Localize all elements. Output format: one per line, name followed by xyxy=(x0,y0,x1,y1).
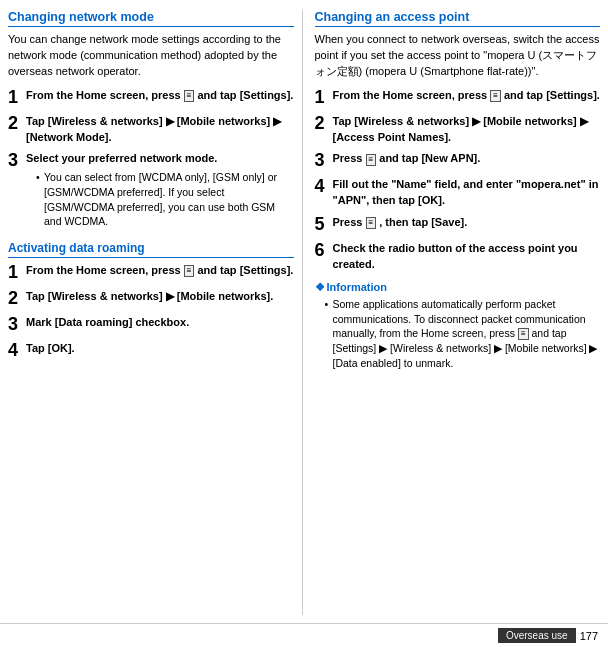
right-s1-step4: 4 Fill out the "Name" field, and enter "… xyxy=(315,177,601,209)
info-header: Information xyxy=(315,281,601,294)
step-number: 1 xyxy=(315,88,329,108)
step-number: 1 xyxy=(8,263,22,283)
step-text: Tap [Wireless & networks] ▶ [Mobile netw… xyxy=(26,289,294,305)
step-text: Tap [Wireless & networks] ▶ [Mobile netw… xyxy=(333,114,601,146)
section1-intro: You can change network mode settings acc… xyxy=(8,32,294,80)
footer-tab: Overseas use xyxy=(498,628,576,643)
menu-icon: ≡ xyxy=(490,90,501,102)
bullet-item: You can select from [WCDMA only], [GSM o… xyxy=(36,170,294,229)
step-text: Check the radio button of the access poi… xyxy=(333,241,601,273)
section1-title: Changing network mode xyxy=(8,10,294,27)
menu-icon: ≡ xyxy=(366,217,377,229)
left-s2-step3: 3 Mark [Data roaming] checkbox. xyxy=(8,315,294,335)
step-text: Mark [Data roaming] checkbox. xyxy=(26,315,294,331)
page-container: Changing network mode You can change net… xyxy=(0,0,608,647)
step-number: 2 xyxy=(8,289,22,309)
step-number: 1 xyxy=(8,88,22,108)
right-s1-step3: 3 Press ≡ and tap [New APN]. xyxy=(315,151,601,171)
step-number: 2 xyxy=(8,114,22,134)
right-s1-step5: 5 Press ≡ , then tap [Save]. xyxy=(315,215,601,235)
left-s2-step1: 1 From the Home screen, press ≡ and tap … xyxy=(8,263,294,283)
menu-icon: ≡ xyxy=(366,154,377,166)
step-number: 6 xyxy=(315,241,329,261)
step-number: 5 xyxy=(315,215,329,235)
left-s1-step2: 2 Tap [Wireless & networks] ▶ [Mobile ne… xyxy=(8,114,294,146)
info-section: Information Some applications automatica… xyxy=(315,281,601,370)
footer: Overseas use 177 xyxy=(0,623,608,647)
left-s2-step2: 2 Tap [Wireless & networks] ▶ [Mobile ne… xyxy=(8,289,294,309)
step-text: From the Home screen, press ≡ and tap [S… xyxy=(26,263,294,279)
step-text: Tap [OK]. xyxy=(26,341,294,357)
menu-icon: ≡ xyxy=(184,265,195,277)
footer-page-number: 177 xyxy=(580,630,598,642)
step-number: 3 xyxy=(8,151,22,171)
menu-icon: ≡ xyxy=(518,328,529,340)
step-text: Press ≡ , then tap [Save]. xyxy=(333,215,601,231)
left-s2-step4: 4 Tap [OK]. xyxy=(8,341,294,361)
info-bullet-list: Some applications automatically perform … xyxy=(325,297,601,370)
menu-icon: ≡ xyxy=(184,90,195,102)
step-text: From the Home screen, press ≡ and tap [S… xyxy=(26,88,294,104)
right-section1-intro: When you connect to network overseas, sw… xyxy=(315,32,601,80)
right-s1-step1: 1 From the Home screen, press ≡ and tap … xyxy=(315,88,601,108)
content-area: Changing network mode You can change net… xyxy=(0,0,608,623)
section2-title: Activating data roaming xyxy=(8,241,294,258)
step-text: Fill out the "Name" field, and enter "mo… xyxy=(333,177,601,209)
right-s1-step2: 2 Tap [Wireless & networks] ▶ [Mobile ne… xyxy=(315,114,601,146)
right-s1-step6: 6 Check the radio button of the access p… xyxy=(315,241,601,273)
step-number: 2 xyxy=(315,114,329,134)
step-number: 3 xyxy=(8,315,22,335)
left-s1-step1: 1 From the Home screen, press ≡ and tap … xyxy=(8,88,294,108)
step-number: 4 xyxy=(8,341,22,361)
step-number: 3 xyxy=(315,151,329,171)
right-column: Changing an access point When you connec… xyxy=(311,10,601,615)
step-number: 4 xyxy=(315,177,329,197)
right-section1-title: Changing an access point xyxy=(315,10,601,27)
bullet-list: You can select from [WCDMA only], [GSM o… xyxy=(36,170,294,229)
left-s1-step3: 3 Select your preferred network mode. Yo… xyxy=(8,151,294,231)
step-text: Press ≡ and tap [New APN]. xyxy=(333,151,601,167)
step-text: Select your preferred network mode. You … xyxy=(26,151,294,231)
info-body: Some applications automatically perform … xyxy=(325,297,601,370)
step-text: From the Home screen, press ≡ and tap [S… xyxy=(333,88,601,104)
step-text: Tap [Wireless & networks] ▶ [Mobile netw… xyxy=(26,114,294,146)
left-column: Changing network mode You can change net… xyxy=(8,10,303,615)
